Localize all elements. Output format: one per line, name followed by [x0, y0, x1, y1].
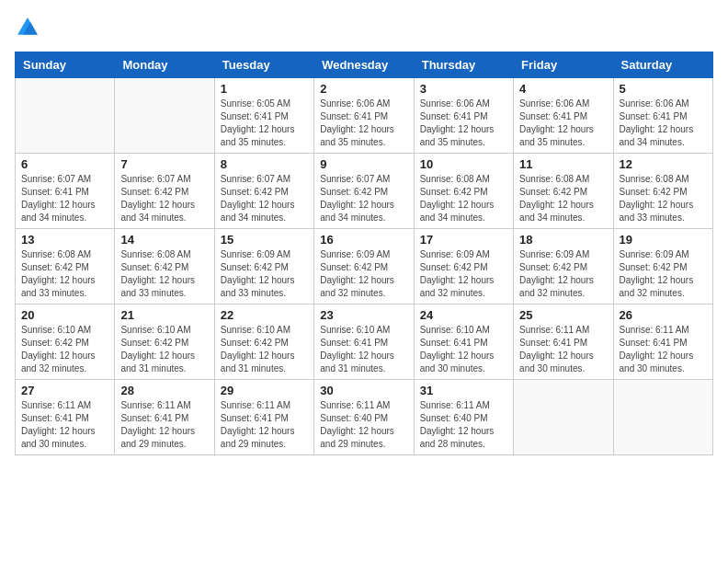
day-info: Sunrise: 6:06 AM Sunset: 6:41 PM Dayligh… — [519, 98, 607, 149]
day-number: 20 — [21, 308, 108, 322]
calendar-cell: 1Sunrise: 6:05 AM Sunset: 6:41 PM Daylig… — [214, 78, 313, 154]
calendar-cell: 29Sunrise: 6:11 AM Sunset: 6:41 PM Dayli… — [214, 380, 313, 455]
calendar-table: SundayMondayTuesdayWednesdayThursdayFrid… — [15, 52, 713, 455]
day-info: Sunrise: 6:07 AM Sunset: 6:42 PM Dayligh… — [320, 173, 407, 224]
day-info: Sunrise: 6:09 AM Sunset: 6:42 PM Dayligh… — [320, 248, 407, 300]
day-number: 2 — [320, 82, 407, 96]
calendar-cell: 13Sunrise: 6:08 AM Sunset: 6:42 PM Dayli… — [16, 229, 115, 304]
day-info: Sunrise: 6:11 AM Sunset: 6:41 PM Dayligh… — [21, 399, 108, 451]
day-number: 1 — [221, 82, 308, 96]
day-info: Sunrise: 6:08 AM Sunset: 6:42 PM Dayligh… — [519, 173, 607, 224]
calendar-cell: 2Sunrise: 6:06 AM Sunset: 6:41 PM Daylig… — [314, 78, 414, 154]
day-number: 18 — [519, 233, 607, 247]
day-info: Sunrise: 6:06 AM Sunset: 6:41 PM Dayligh… — [320, 98, 407, 149]
day-info: Sunrise: 6:10 AM Sunset: 6:42 PM Dayligh… — [120, 324, 208, 375]
day-info: Sunrise: 6:10 AM Sunset: 6:41 PM Dayligh… — [320, 324, 407, 375]
day-number: 13 — [21, 233, 108, 247]
calendar-cell: 15Sunrise: 6:09 AM Sunset: 6:42 PM Dayli… — [214, 229, 313, 304]
calendar-cell: 6Sunrise: 6:07 AM Sunset: 6:41 PM Daylig… — [16, 154, 115, 229]
day-number: 3 — [420, 82, 507, 96]
day-number: 21 — [120, 308, 208, 322]
day-number: 23 — [320, 308, 407, 322]
day-info: Sunrise: 6:11 AM Sunset: 6:40 PM Dayligh… — [320, 399, 407, 451]
calendar-cell: 7Sunrise: 6:07 AM Sunset: 6:42 PM Daylig… — [115, 154, 214, 229]
calendar-header-row: SundayMondayTuesdayWednesdayThursdayFrid… — [16, 52, 713, 78]
calendar-cell: 20Sunrise: 6:10 AM Sunset: 6:42 PM Dayli… — [16, 304, 115, 380]
calendar-cell: 4Sunrise: 6:06 AM Sunset: 6:41 PM Daylig… — [514, 78, 613, 154]
calendar-cell: 31Sunrise: 6:11 AM Sunset: 6:40 PM Dayli… — [414, 380, 513, 455]
day-info: Sunrise: 6:09 AM Sunset: 6:42 PM Dayligh… — [519, 248, 607, 300]
day-number: 22 — [221, 308, 308, 322]
day-number: 24 — [420, 308, 507, 322]
day-info: Sunrise: 6:07 AM Sunset: 6:42 PM Dayligh… — [120, 173, 208, 224]
day-info: Sunrise: 6:10 AM Sunset: 6:42 PM Dayligh… — [221, 324, 308, 375]
calendar-cell: 19Sunrise: 6:09 AM Sunset: 6:42 PM Dayli… — [613, 229, 712, 304]
calendar-cell: 11Sunrise: 6:08 AM Sunset: 6:42 PM Dayli… — [514, 154, 613, 229]
day-info: Sunrise: 6:11 AM Sunset: 6:41 PM Dayligh… — [519, 324, 607, 375]
day-number: 17 — [420, 233, 507, 247]
day-number: 29 — [221, 384, 308, 397]
day-info: Sunrise: 6:08 AM Sunset: 6:42 PM Dayligh… — [620, 173, 707, 224]
weekday-header-wednesday: Wednesday — [314, 52, 414, 78]
weekday-header-tuesday: Tuesday — [214, 52, 313, 78]
calendar-cell: 26Sunrise: 6:11 AM Sunset: 6:41 PM Dayli… — [613, 304, 712, 380]
day-number: 6 — [21, 157, 108, 171]
calendar-cell: 23Sunrise: 6:10 AM Sunset: 6:41 PM Dayli… — [314, 304, 414, 380]
logo — [15, 15, 44, 40]
day-info: Sunrise: 6:11 AM Sunset: 6:41 PM Dayligh… — [221, 399, 308, 451]
calendar-cell: 10Sunrise: 6:08 AM Sunset: 6:42 PM Dayli… — [414, 154, 513, 229]
page-header — [15, 15, 713, 40]
day-number: 28 — [120, 384, 208, 397]
logo-icon — [15, 15, 40, 40]
day-info: Sunrise: 6:06 AM Sunset: 6:41 PM Dayligh… — [420, 98, 507, 149]
day-number: 19 — [620, 233, 707, 247]
day-info: Sunrise: 6:05 AM Sunset: 6:41 PM Dayligh… — [221, 98, 308, 149]
day-number: 16 — [320, 233, 407, 247]
day-info: Sunrise: 6:11 AM Sunset: 6:40 PM Dayligh… — [420, 399, 507, 451]
weekday-header-thursday: Thursday — [414, 52, 513, 78]
weekday-header-saturday: Saturday — [613, 52, 712, 78]
day-info: Sunrise: 6:09 AM Sunset: 6:42 PM Dayligh… — [221, 248, 308, 300]
day-number: 14 — [120, 233, 208, 247]
calendar-cell — [115, 78, 214, 154]
calendar-cell: 5Sunrise: 6:06 AM Sunset: 6:41 PM Daylig… — [613, 78, 712, 154]
calendar-cell: 8Sunrise: 6:07 AM Sunset: 6:42 PM Daylig… — [214, 154, 313, 229]
calendar-cell: 18Sunrise: 6:09 AM Sunset: 6:42 PM Dayli… — [514, 229, 613, 304]
day-info: Sunrise: 6:07 AM Sunset: 6:41 PM Dayligh… — [21, 173, 108, 224]
day-number: 9 — [320, 157, 407, 171]
day-number: 7 — [120, 157, 208, 171]
calendar-cell: 17Sunrise: 6:09 AM Sunset: 6:42 PM Dayli… — [414, 229, 513, 304]
calendar-week-row-2: 6Sunrise: 6:07 AM Sunset: 6:41 PM Daylig… — [16, 154, 713, 229]
calendar-cell: 30Sunrise: 6:11 AM Sunset: 6:40 PM Dayli… — [314, 380, 414, 455]
day-info: Sunrise: 6:07 AM Sunset: 6:42 PM Dayligh… — [221, 173, 308, 224]
calendar-cell — [16, 78, 115, 154]
day-number: 11 — [519, 157, 607, 171]
day-number: 27 — [21, 384, 108, 397]
calendar-cell: 3Sunrise: 6:06 AM Sunset: 6:41 PM Daylig… — [414, 78, 513, 154]
day-number: 31 — [420, 384, 507, 397]
weekday-header-monday: Monday — [115, 52, 214, 78]
calendar-cell: 27Sunrise: 6:11 AM Sunset: 6:41 PM Dayli… — [16, 380, 115, 455]
day-info: Sunrise: 6:06 AM Sunset: 6:41 PM Dayligh… — [620, 98, 707, 149]
day-info: Sunrise: 6:09 AM Sunset: 6:42 PM Dayligh… — [420, 248, 507, 300]
day-number: 10 — [420, 157, 507, 171]
day-number: 15 — [221, 233, 308, 247]
calendar-week-row-5: 27Sunrise: 6:11 AM Sunset: 6:41 PM Dayli… — [16, 380, 713, 455]
calendar-cell: 9Sunrise: 6:07 AM Sunset: 6:42 PM Daylig… — [314, 154, 414, 229]
day-info: Sunrise: 6:10 AM Sunset: 6:41 PM Dayligh… — [420, 324, 507, 375]
day-number: 4 — [519, 82, 607, 96]
calendar-cell: 24Sunrise: 6:10 AM Sunset: 6:41 PM Dayli… — [414, 304, 513, 380]
calendar-cell: 14Sunrise: 6:08 AM Sunset: 6:42 PM Dayli… — [115, 229, 214, 304]
calendar-cell — [613, 380, 712, 455]
weekday-header-friday: Friday — [514, 52, 613, 78]
day-info: Sunrise: 6:11 AM Sunset: 6:41 PM Dayligh… — [120, 399, 208, 451]
calendar-week-row-3: 13Sunrise: 6:08 AM Sunset: 6:42 PM Dayli… — [16, 229, 713, 304]
calendar-cell: 16Sunrise: 6:09 AM Sunset: 6:42 PM Dayli… — [314, 229, 414, 304]
day-number: 25 — [519, 308, 607, 322]
day-info: Sunrise: 6:08 AM Sunset: 6:42 PM Dayligh… — [21, 248, 108, 300]
calendar-week-row-4: 20Sunrise: 6:10 AM Sunset: 6:42 PM Dayli… — [16, 304, 713, 380]
calendar-week-row-1: 1Sunrise: 6:05 AM Sunset: 6:41 PM Daylig… — [16, 78, 713, 154]
weekday-header-sunday: Sunday — [16, 52, 115, 78]
calendar-cell: 12Sunrise: 6:08 AM Sunset: 6:42 PM Dayli… — [613, 154, 712, 229]
day-info: Sunrise: 6:10 AM Sunset: 6:42 PM Dayligh… — [21, 324, 108, 375]
